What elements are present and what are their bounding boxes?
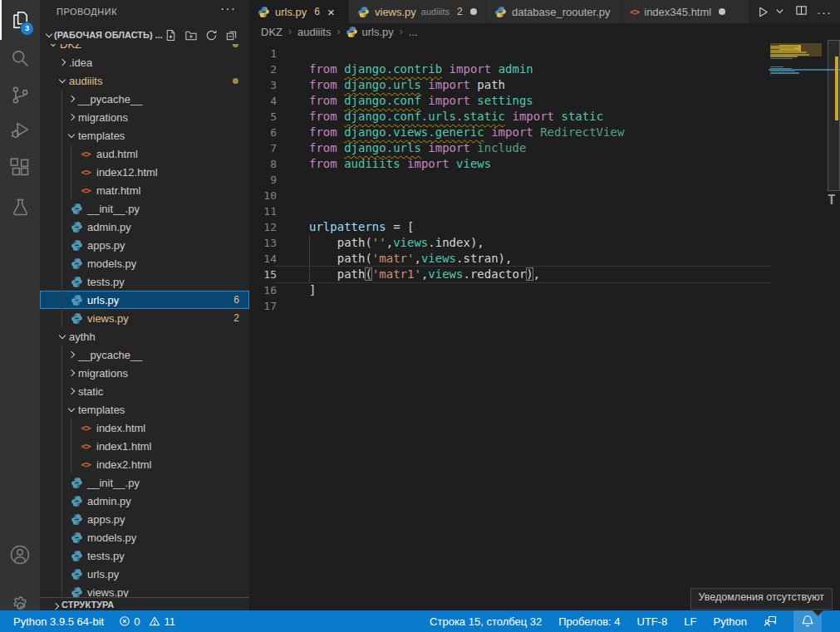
breadcrumb-item[interactable]: urls.py	[361, 26, 393, 38]
code-line-13[interactable]: path('',views.index),	[309, 235, 484, 251]
error-count: 0	[134, 615, 140, 628]
run-dropdown-chevron-icon[interactable]	[775, 4, 784, 19]
tree-file-apps-py[interactable]: apps.py	[40, 236, 249, 254]
tree-folder-templates[interactable]: templates	[40, 126, 249, 145]
breadcrumb-item[interactable]: ...	[409, 26, 418, 38]
line-number[interactable]: 4	[249, 93, 277, 109]
code-line-4[interactable]: from django.conf import settings	[309, 93, 533, 109]
line-number[interactable]: 7	[249, 140, 277, 156]
tree-file--init-py[interactable]: __init__.py	[40, 199, 249, 218]
extensions-activity-icon[interactable]	[0, 149, 40, 186]
line-number[interactable]: 5	[249, 109, 277, 125]
line-number[interactable]: 1	[249, 46, 277, 61]
code-token	[491, 62, 498, 76]
line-number[interactable]: 14	[249, 251, 277, 267]
tab-index345-html[interactable]: <>index345.html	[621, 0, 754, 23]
tree-file-apps-py[interactable]: apps.py	[40, 510, 249, 528]
tree-file-views-py[interactable]: views.py2	[40, 309, 249, 327]
tree-file-models-py[interactable]: models.py	[40, 254, 249, 272]
line-number[interactable]: 9	[249, 172, 277, 188]
line-number[interactable]: 3	[249, 77, 277, 93]
chevron-down-icon	[68, 404, 75, 411]
line-number[interactable]: 8	[249, 156, 277, 172]
breadcrumb-item[interactable]: DKZ	[261, 26, 282, 38]
tab-views-py[interactable]: views.pyaudiiits2	[349, 0, 486, 23]
new-file-icon[interactable]	[165, 29, 177, 42]
code-editor[interactable]: 1234567891011121314151617 from django.co…	[249, 40, 840, 610]
split-editor-button[interactable]	[795, 4, 808, 20]
indentation-status[interactable]: Пробелов: 4	[558, 615, 620, 628]
tree-folder-static[interactable]: static	[40, 382, 249, 400]
code-line-8[interactable]: from audiiits import views	[309, 156, 491, 172]
workspace-section-header[interactable]: (РАБОЧАЯ ОБЛАСТЬ) ...	[40, 26, 249, 44]
tree-folder--pycache-[interactable]: __pycache__	[40, 345, 249, 364]
outline-section-header[interactable]: СТРУКТУРА	[40, 597, 249, 611]
collapse-folders-icon[interactable]	[225, 29, 238, 42]
tree-folder-aythh[interactable]: aythh	[40, 327, 249, 345]
cursor-position-status[interactable]: Строка 15, столбец 32	[430, 615, 542, 628]
problems-status[interactable]: 0 11	[119, 615, 175, 628]
explorer-more-actions-icon[interactable]: ···	[220, 2, 236, 17]
testing-activity-icon[interactable]	[0, 189, 40, 225]
tree-folder-migrations[interactable]: migrations	[40, 364, 249, 382]
run-button[interactable]	[757, 6, 769, 18]
search-activity-icon[interactable]	[0, 40, 40, 76]
refresh-icon[interactable]	[205, 29, 218, 42]
code-line-2[interactable]: from django.contrib import admin	[309, 61, 533, 77]
code-line-12[interactable]: urlpatterns = [	[309, 219, 414, 235]
tree-file-admin-py[interactable]: admin.py	[40, 218, 249, 236]
tree-file-urls-py[interactable]: urls.py6	[40, 291, 249, 309]
tree-file-urls-py[interactable]: urls.py	[40, 565, 249, 583]
feedback-button[interactable]	[764, 610, 777, 632]
dirty-dot-icon[interactable]	[719, 8, 725, 15]
line-number[interactable]: 17	[249, 298, 277, 314]
tree-folder--idea[interactable]: .idea	[40, 53, 249, 71]
new-folder-icon[interactable]	[184, 29, 198, 42]
code-line-15[interactable]: path('matr1',views.redactor),	[309, 267, 540, 282]
tree-file-views-py[interactable]: views.py	[40, 583, 249, 597]
code-token: path	[477, 78, 505, 91]
code-token: 'matr1'	[372, 267, 421, 281]
code-line-14[interactable]: path('matr',views.stran),	[309, 251, 512, 267]
explorer-activity-icon[interactable]: 3	[0, 2, 40, 38]
tree-folder-audiiits[interactable]: audiiits	[40, 71, 249, 90]
account-activity-icon[interactable]	[0, 536, 40, 573]
line-number[interactable]: 12	[249, 219, 277, 235]
tree-file-admin-py[interactable]: admin.py	[40, 492, 249, 510]
tree-file-models-py[interactable]: models.py	[40, 528, 249, 546]
code-line-16[interactable]: ]	[309, 282, 316, 298]
line-number[interactable]: 15	[249, 267, 277, 282]
line-number[interactable]: 10	[249, 188, 277, 203]
tree-file-tests-py[interactable]: tests.py	[40, 272, 249, 291]
code-line-3[interactable]: from django.urls import path	[309, 77, 505, 93]
line-number[interactable]: 2	[249, 61, 277, 77]
dirty-dot-icon[interactable]	[470, 8, 477, 15]
run-and-debug-activity-icon[interactable]	[0, 111, 40, 148]
line-number[interactable]: 16	[249, 282, 277, 298]
code-line-7[interactable]: from django.urls import include	[309, 140, 526, 156]
python-interpreter-status[interactable]: Python 3.9.5 64-bit	[13, 615, 104, 628]
code-line-6[interactable]: from django.views.generic import Redirec…	[309, 125, 624, 140]
close-tab-icon[interactable]: ×	[327, 6, 335, 18]
line-number[interactable]: 6	[249, 125, 277, 140]
eol-status[interactable]: LF	[684, 615, 696, 628]
python-file-icon	[70, 476, 83, 489]
tree-folder-dkz[interactable]: DKZ	[40, 44, 249, 53]
minimap[interactable]	[769, 42, 827, 125]
more-actions-icon[interactable]: ···	[817, 5, 832, 19]
tree-folder-migrations[interactable]: migrations	[40, 108, 249, 126]
code-token: = [	[386, 220, 415, 233]
code-line-5[interactable]: from django.conf.urls.static import stat…	[309, 109, 603, 125]
tree-file--init-py[interactable]: __init__.py	[40, 473, 249, 492]
language-mode-status[interactable]: Python	[714, 615, 747, 628]
tab-database-roouter-py[interactable]: database_roouter.py	[486, 0, 621, 23]
breadcrumb-item[interactable]: audiiits	[297, 26, 331, 38]
tree-folder--pycache-[interactable]: __pycache__	[40, 90, 249, 108]
tree-folder-templates[interactable]: templates	[40, 400, 249, 419]
encoding-status[interactable]: UTF-8	[637, 615, 668, 628]
line-number[interactable]: 13	[249, 235, 277, 251]
tab-urls-py[interactable]: urls.py6×	[249, 0, 349, 23]
line-number[interactable]: 11	[249, 203, 277, 219]
tree-file-tests-py[interactable]: tests.py	[40, 546, 249, 565]
source-control-activity-icon[interactable]	[0, 76, 40, 113]
